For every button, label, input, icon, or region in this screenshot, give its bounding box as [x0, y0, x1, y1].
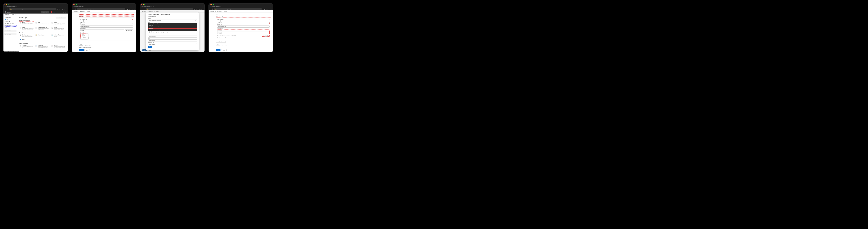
- new-tab-icon[interactable]: +: [222, 6, 222, 7]
- back-icon[interactable]: ‹: [4, 8, 5, 10]
- delete-server-button[interactable]: ✕: [132, 19, 133, 20]
- jenkins-logo-icon[interactable]: ◉: [5, 11, 6, 13]
- help-icon[interactable]: ?: [153, 42, 154, 43]
- help-icon[interactable]: ?: [221, 24, 222, 25]
- apply-button[interactable]: Apply: [221, 49, 226, 51]
- back-icon[interactable]: ‹: [141, 8, 142, 10]
- url-input[interactable]: 🔒 jenkins.aknitberts.xyz/manage/configur…: [77, 8, 125, 10]
- forward-icon[interactable]: ›: [143, 8, 143, 10]
- card-tools[interactable]: 🔨ToolsConfigure tools, their locations, …: [35, 21, 50, 26]
- apply-button[interactable]: Apply: [84, 49, 90, 51]
- help-icon[interactable]: ?: [88, 37, 89, 38]
- help-icon[interactable]: ?: [220, 21, 221, 22]
- modal-cancel-button[interactable]: Cancel: [153, 46, 158, 48]
- profile-icon[interactable]: ◯: [64, 8, 65, 10]
- name-input[interactable]: Jenkiverts: [217, 22, 270, 24]
- sidebar-people[interactable]: 👥사람: [4, 19, 17, 20]
- card-clouds[interactable]: ☁CloudsAdd, remove, and configure cloud …: [51, 27, 66, 31]
- brand[interactable]: Jenkins: [7, 11, 11, 13]
- advanced-button[interactable]: 고급 ▾: [216, 44, 220, 45]
- save-button[interactable]: 저장: [216, 49, 220, 51]
- checkbox-icon[interactable]: [217, 37, 218, 38]
- new-tab-icon[interactable]: +: [85, 6, 85, 7]
- profile-icon[interactable]: ◯: [132, 8, 133, 10]
- sidebar-queue[interactable]: 빌드 대기 목록⌄: [4, 30, 17, 32]
- user-menu[interactable]: 👤 Jenkins Admin: [54, 11, 60, 12]
- help-icon[interactable]: ?: [222, 16, 223, 18]
- bookmark-icon[interactable]: ☆: [129, 8, 130, 10]
- help-icon[interactable]: ?: [225, 37, 226, 38]
- add-github-server-button[interactable]: Add GitHub Server ▾: [79, 41, 89, 43]
- new-tab-icon[interactable]: +: [19, 6, 19, 7]
- translate-icon[interactable]: ⊕: [194, 8, 195, 10]
- close-icon[interactable]: ×: [151, 6, 151, 7]
- help-icon[interactable]: ?: [85, 28, 86, 29]
- credentials-select[interactable]: - none -⌄: [81, 29, 124, 31]
- extension-icon[interactable]: ◧: [264, 8, 265, 10]
- menu-icon[interactable]: ⋮: [134, 8, 135, 10]
- save-button[interactable]: 저장: [79, 49, 84, 51]
- card-syslog[interactable]: 📄System LogSystem log captures output fr…: [35, 44, 50, 48]
- card-plugins[interactable]: ◈PluginsJenkins의 기능을 확장하기 위해 플러그인을 추가, 제…: [51, 21, 66, 26]
- add-credentials-button[interactable]: + Add: [218, 32, 221, 34]
- download-icon[interactable]: ⬇: [267, 8, 268, 10]
- sidebar-executor[interactable]: 빌드 실행 상태⌄: [4, 33, 17, 35]
- scope-select[interactable]: Global (Jenkins, nodes, items, all child…: [148, 32, 197, 34]
- crumb-dashboard[interactable]: Dashboard: [5, 14, 9, 15]
- menu-icon[interactable]: ⋮: [66, 8, 67, 10]
- test-connection-button[interactable]: Test connection: [262, 35, 270, 37]
- translate-icon[interactable]: ⊕: [57, 8, 58, 10]
- sidebar-history[interactable]: 📋빌드 기록: [4, 21, 17, 22]
- card-users[interactable]: 👤UsersCreate/delete/modify users that ca…: [19, 38, 34, 42]
- manage-hooks-row[interactable]: Manage hooks?: [217, 37, 270, 38]
- bookmark-icon[interactable]: ☆: [197, 8, 198, 10]
- dropdown-item-jenkins[interactable]: ◉Jenkins: [81, 37, 88, 38]
- translate-icon[interactable]: ⊕: [126, 8, 127, 10]
- sidebar-project[interactable]: ⊞프로젝트 연관 관계: [4, 23, 17, 25]
- browser-tab[interactable]: ◆Jenkins 관리 [Jenkins]×: [4, 6, 18, 7]
- kind-opt-openshift[interactable]: OpenShift Username and Password: [148, 26, 197, 28]
- profile-icon[interactable]: ◯: [200, 8, 202, 10]
- kind-opt-ssh[interactable]: SSH Username with private key: [148, 29, 197, 31]
- settings-search[interactable]: 🔍 Search settings: [56, 17, 66, 19]
- card-security[interactable]: 🛡SecuritySecure Jenkins; define who is a…: [19, 34, 34, 38]
- domain-select[interactable]: Global credentials (unrestricted)⌄: [148, 19, 197, 21]
- id-input[interactable]: GitHub_TOKEN: [148, 39, 197, 41]
- reload-icon[interactable]: ⟳: [75, 8, 76, 10]
- bookmark-icon[interactable]: ☆: [61, 8, 61, 10]
- card-credentials[interactable]: 🔑CredentialsConfigure credentials: [35, 34, 50, 38]
- sidebar-new-item[interactable]: ＋새로운 Item: [4, 17, 17, 18]
- crumb-dashboard[interactable]: Dashboard: [73, 11, 78, 12]
- download-icon[interactable]: ⬇: [199, 8, 200, 10]
- forward-icon[interactable]: ›: [211, 8, 212, 10]
- help-icon[interactable]: ?: [83, 21, 84, 22]
- name-input[interactable]: Jenkiverts: [81, 22, 133, 24]
- reload-icon[interactable]: ⟳: [212, 8, 213, 10]
- secret-input[interactable]: ••••••••••••••••••••••••: [148, 36, 197, 38]
- help-icon[interactable]: ?: [149, 38, 150, 39]
- sidebar-my-views[interactable]: ▦My Views: [4, 27, 17, 29]
- credentials-select[interactable]: Jenkiverts⌄: [218, 30, 269, 32]
- card-nodes[interactable]: 🖥NodesAdd, remove, control and monitor t…: [19, 27, 34, 31]
- back-icon[interactable]: ‹: [73, 8, 73, 10]
- kind-opt-userpass[interactable]: Username with password: [148, 23, 197, 25]
- notif-badge[interactable]: 2: [51, 11, 52, 13]
- reload-icon[interactable]: ⟳: [144, 8, 145, 10]
- crumb-manage[interactable]: Jenkins 관리: [217, 11, 221, 12]
- card-sysinfo[interactable]: ⓘ시스템 정보시스템 환경정보를 확인할 수 있습니다.: [19, 44, 34, 48]
- api-url-input[interactable]: https://api.github.com: [217, 26, 270, 28]
- reload-icon[interactable]: ⟳: [7, 8, 8, 10]
- kind-opt-ghapp[interactable]: GitHub App: [148, 25, 197, 26]
- test-connection-button[interactable]: Test connection: [125, 30, 133, 31]
- desc-input[interactable]: GitHub TOKEN: [148, 43, 197, 45]
- crumb-system[interactable]: System: [224, 11, 227, 12]
- extension-icon[interactable]: ◧: [59, 8, 60, 10]
- close-icon[interactable]: ×: [219, 6, 220, 7]
- menu-icon[interactable]: ⋮: [203, 8, 204, 10]
- url-input[interactable]: 🔒 jenkins.aknitberts.xyz/manage/configur…: [214, 8, 262, 10]
- card-cred-providers[interactable]: 🪪Credential ProvidersConfigure the crede…: [51, 34, 66, 38]
- translate-icon[interactable]: ⊕: [262, 8, 264, 10]
- browser-tab[interactable]: ◆System [Jenkins]×: [73, 6, 84, 7]
- crumb-manage[interactable]: Jenkins 관리: [80, 11, 85, 12]
- card-load[interactable]: 📈부하 통계Check your resource utilization an…: [51, 44, 66, 48]
